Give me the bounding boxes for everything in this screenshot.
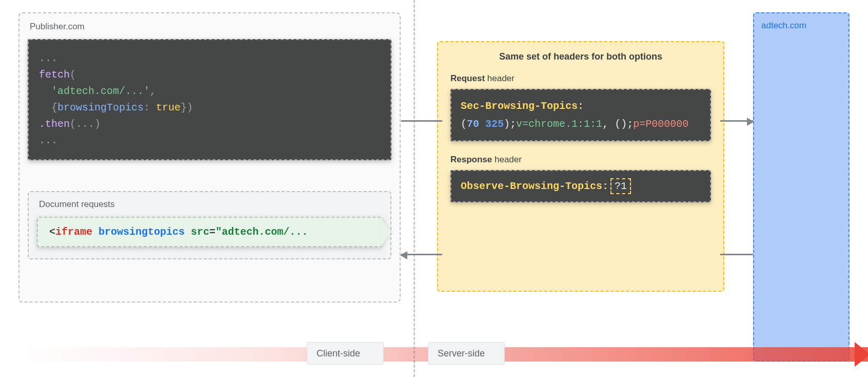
code-fetch: fetch [39, 69, 70, 81]
client-server-divider [413, 0, 415, 377]
request-header-name: Sec-Browsing-Topics: [461, 100, 584, 112]
response-header-value: ?1 [610, 178, 631, 194]
code-then: .then [39, 118, 70, 130]
publisher-panel: Publisher.com ... fetch( 'adtech.com/...… [18, 12, 401, 303]
publisher-label: Publisher.com [28, 22, 391, 32]
code-ellipsis: ... [39, 52, 57, 64]
arrow-response-left [401, 254, 442, 255]
arrow-request-right [720, 120, 753, 122]
adtech-panel: adtech.com [753, 12, 850, 362]
code-option-key: browsingTopics [57, 102, 144, 114]
req-paren-r: ); [504, 118, 516, 130]
document-requests-label: Document requests [37, 199, 382, 210]
code-option-value: true [156, 102, 181, 114]
request-header-label: Request header [450, 73, 711, 84]
client-side-label: Client-side [317, 348, 360, 359]
req-paren-l: ( [461, 118, 467, 130]
headers-title: Same set of headers for both options [450, 51, 711, 62]
code-brace-open: { [51, 102, 57, 114]
request-header-card: Sec-Browsing-Topics: (70 325);v=chrome.1… [450, 89, 711, 141]
req-comma: , [602, 118, 615, 130]
document-requests-panel: Document requests <iframe browsingtopics… [28, 191, 391, 259]
req-topic-1: 70 [467, 118, 479, 130]
iframe-lt: < [49, 226, 55, 238]
response-header-rest: header [492, 155, 522, 164]
code-close: }) [181, 102, 193, 114]
req-v-key: v= [516, 118, 528, 130]
req-padding-value: P000000 [645, 118, 688, 130]
server-side-label: Server-side [438, 348, 485, 359]
fetch-code-block: ... fetch( 'adtech.com/...', {browsingTo… [28, 39, 391, 160]
req-p-key: p= [633, 118, 645, 130]
headers-panel: Same set of headers for both options Req… [437, 41, 724, 292]
code-colon: : [144, 102, 156, 114]
code-then-args: (...) [70, 118, 101, 130]
client-side-pill: Client-side [307, 342, 384, 365]
code-url: 'adtech.com/...' [51, 85, 150, 97]
iframe-tag-chip: <iframe browsingtopics src="adtech.com/.… [37, 217, 382, 247]
iframe-eq: = [209, 226, 215, 238]
req-version-value: chrome.1:1:1 [528, 118, 602, 130]
code-comma: , [150, 85, 156, 97]
req-empty-paren: (); [615, 118, 633, 130]
request-header-bold: Request [450, 73, 485, 83]
response-header-bold: Response [450, 155, 492, 164]
arrow-request-left [401, 120, 442, 122]
arrow-response-right [720, 254, 753, 255]
iframe-attr-src: src [191, 226, 209, 238]
iframe-src-value: "adtech.com/... [215, 226, 308, 238]
response-header-card: Observe-Browsing-Topics:?1 [450, 170, 711, 202]
code-ellipsis-end: ... [39, 135, 57, 146]
iframe-tag-name: iframe [55, 226, 92, 238]
req-topic-2: 325 [485, 118, 504, 130]
response-header-name: Observe-Browsing-Topics: [461, 180, 608, 192]
iframe-attr-browsingtopics: browsingtopics [98, 226, 185, 238]
adtech-label: adtech.com [761, 21, 841, 31]
request-header-rest: header [485, 73, 515, 83]
response-header-label: Response header [450, 155, 711, 165]
req-space [479, 118, 485, 130]
server-side-pill: Server-side [428, 342, 505, 365]
